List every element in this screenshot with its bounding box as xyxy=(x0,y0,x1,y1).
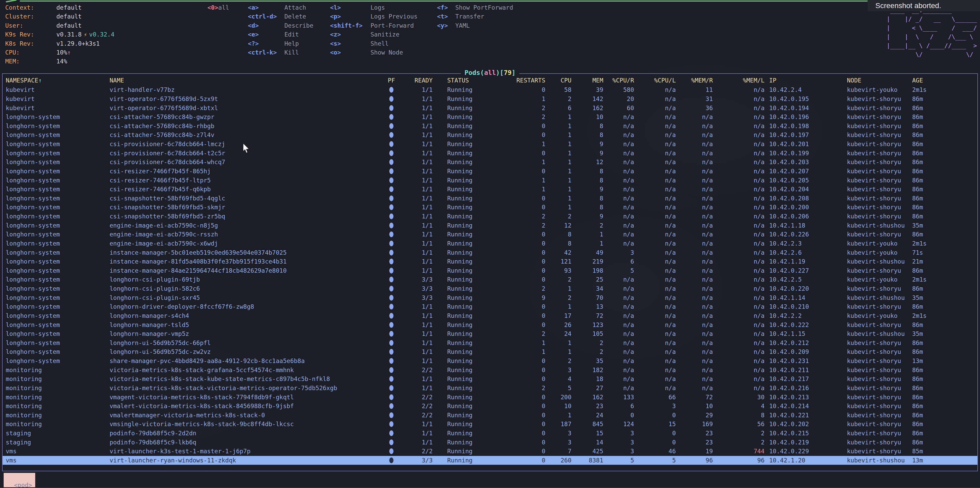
table-row[interactable]: kubevirtvirt-operator-6776f5689d-5zx9t1/… xyxy=(3,94,977,103)
cell-age: 86m xyxy=(911,186,977,192)
column-header-ip[interactable]: IP xyxy=(764,77,845,84)
cell-node: kubevirt-youko xyxy=(845,312,911,319)
cell-cpu-l: n/a xyxy=(634,159,676,165)
table-row[interactable]: longhorn-systemcsi-snapshotter-58bf69fbd… xyxy=(3,194,977,203)
column-header-cpul[interactable]: %CPU/L xyxy=(634,77,676,84)
table-row[interactable]: longhorn-systemcsi-snapshotter-58bf69fbd… xyxy=(3,212,977,221)
cell-mem-l: n/a xyxy=(713,113,764,120)
cell-ready: 1/1 xyxy=(396,186,433,192)
cell-mem-l: n/a xyxy=(713,150,764,157)
cell-status: Running xyxy=(433,285,475,292)
cell-cpu-l: n/a xyxy=(634,285,676,292)
breadcrumb-pod-badge[interactable]: <pod> xyxy=(4,473,35,488)
table-row[interactable]: longhorn-systemcsi-resizer-7466f7b45f-q6… xyxy=(3,185,977,194)
cell-mem: 2 xyxy=(571,340,603,346)
cell-namespace: kubevirt xyxy=(3,95,110,102)
cell-mem-r: n/a xyxy=(676,222,713,229)
table-row[interactable]: longhorn-systemcsi-resizer-7466f7b45f-lt… xyxy=(3,176,977,185)
table-row[interactable]: longhorn-systemengine-image-ei-acb7590c-… xyxy=(3,230,977,239)
cell-status: Running xyxy=(433,258,475,265)
table-row[interactable]: longhorn-systemlonghorn-ui-56d9b575dc-66… xyxy=(3,339,977,348)
cluster-info-field: CPU:10%↑ xyxy=(5,48,115,57)
column-header-name[interactable]: NAME xyxy=(110,77,386,84)
cell-mem-r: n/a xyxy=(676,285,713,292)
table-row[interactable]: longhorn-systemlonghorn-csi-plugin-69tjb… xyxy=(3,275,977,284)
table-row[interactable]: longhorn-systemengine-image-ei-acb7590c-… xyxy=(3,221,977,230)
table-row[interactable]: stagingpodinfo-79db68f5c9-lkb6q1/1Runnin… xyxy=(3,438,977,447)
cell-node: kubevirt-shoryu xyxy=(845,213,911,220)
table-row[interactable]: monitoringvmsingle-victoria-metrics-k8s-… xyxy=(3,420,977,429)
table-row[interactable]: monitoringvmagent-victoria-metrics-k8s-s… xyxy=(3,393,977,402)
table-row[interactable]: longhorn-systemlonghorn-csi-plugin-sxr45… xyxy=(3,293,977,302)
table-row[interactable]: monitoringvictoria-metrics-k8s-stack-vic… xyxy=(3,384,977,393)
column-header-memr[interactable]: %MEM/R xyxy=(676,77,713,84)
table-row[interactable]: vmsvirt-launcher-k3s-test-1-master-1-j6p… xyxy=(3,447,977,456)
table-row[interactable]: longhorn-systemlonghorn-manager-vmp5z1/1… xyxy=(3,329,977,339)
pf-indicator xyxy=(386,286,396,291)
pf-indicator xyxy=(386,349,396,354)
table-row[interactable]: monitoringvictoria-metrics-k8s-stack-kub… xyxy=(3,375,977,384)
table-row[interactable]: longhorn-systemcsi-snapshotter-58bf69fbd… xyxy=(3,203,977,212)
column-header-ready[interactable]: READY xyxy=(396,77,433,84)
table-row[interactable]: longhorn-systemcsi-provisioner-6c78dcb66… xyxy=(3,157,977,167)
cell-cpu: 1 xyxy=(545,204,571,211)
table-row[interactable]: longhorn-systemlonghorn-csi-plugin-582c6… xyxy=(3,284,977,293)
column-header-cpu[interactable]: CPU xyxy=(545,77,571,84)
table-row[interactable]: longhorn-systemengine-image-ei-acb7590c-… xyxy=(3,239,977,248)
table-row[interactable]: monitoringvmalert-victoria-metrics-k8s-s… xyxy=(3,402,977,411)
table-row[interactable]: longhorn-systemlonghorn-ui-56d9b575dc-zw… xyxy=(3,347,977,356)
column-header-pf[interactable]: PF xyxy=(386,77,396,84)
table-row[interactable]: stagingpodinfo-79db68f5c9-2d2dn1/1Runnin… xyxy=(3,429,977,438)
table-row[interactable]: longhorn-systemlonghorn-manager-s4ch41/1… xyxy=(3,312,977,321)
cell-cpu-r: n/a xyxy=(603,312,634,319)
title-scope: all xyxy=(484,69,496,76)
table-row[interactable]: longhorn-systemcsi-attacher-57689cc84b-g… xyxy=(3,113,977,122)
table-row[interactable]: monitoringvmalertmanager-victoria-metric… xyxy=(3,411,977,420)
cell-node: kubevirt-shoryu xyxy=(845,186,911,192)
terminal-top-line xyxy=(20,0,867,2)
cell-mem: 9 xyxy=(571,186,603,192)
cell-mem-l: n/a xyxy=(713,285,764,292)
cell-cpu-l: n/a xyxy=(634,177,676,184)
table-row[interactable]: longhorn-systemlonghorn-manager-tsld51/1… xyxy=(3,320,977,329)
column-header-mem[interactable]: MEM xyxy=(571,77,603,84)
cell-age: 86m xyxy=(911,267,977,274)
table-row[interactable]: longhorn-systeminstance-manager-5bc01eeb… xyxy=(3,248,977,257)
cell-cpu-l: n/a xyxy=(634,303,676,310)
cell-restarts: 2 xyxy=(475,222,545,229)
column-header-age[interactable]: AGE xyxy=(911,77,977,84)
table-row[interactable]: longhorn-systemlonghorn-driver-deployer-… xyxy=(3,302,977,312)
table-row[interactable]: kubevirtvirt-operator-6776f5689d-xbtxl1/… xyxy=(3,103,977,113)
table-row[interactable]: kubevirtvirt-handler-v77bz1/1Running0583… xyxy=(3,85,977,94)
cell-status: Running xyxy=(433,439,475,446)
column-header-node[interactable]: NODE xyxy=(845,77,911,84)
cell-mem-r: n/a xyxy=(676,213,713,220)
column-header-namespace[interactable]: NAMESPACE↑ xyxy=(3,77,110,84)
table-row[interactable]: longhorn-systeminstance-manager-84ae2159… xyxy=(3,266,977,275)
cell-mem-l: n/a xyxy=(713,367,764,374)
cell-status: Running xyxy=(433,321,475,328)
cell-age: 86m xyxy=(911,285,977,292)
column-header-restarts[interactable]: RESTARTS xyxy=(475,77,545,84)
table-row[interactable]: longhorn-systemshare-manager-pvc-4bbd842… xyxy=(3,356,977,366)
cell-namespace: longhorn-system xyxy=(3,231,110,238)
pod-status-dot-icon xyxy=(389,385,393,391)
table-row[interactable]: longhorn-systemcsi-resizer-7466f7b45f-86… xyxy=(3,167,977,176)
table-row[interactable]: longhorn-systemcsi-provisioner-6c78dcb66… xyxy=(3,140,977,149)
cell-ip: 10.42.1.19 xyxy=(764,258,845,265)
table-row[interactable]: longhorn-systemcsi-attacher-57689cc84b-r… xyxy=(3,122,977,131)
table-row[interactable]: longhorn-systemcsi-provisioner-6c78dcb66… xyxy=(3,148,977,157)
pf-indicator xyxy=(386,421,396,427)
column-header-cpur[interactable]: %CPU/R xyxy=(603,77,634,84)
table-row[interactable]: monitoringvictoria-metrics-k8s-stack-gra… xyxy=(3,366,977,375)
table-row[interactable]: longhorn-systeminstance-manager-81fd5a40… xyxy=(3,257,977,266)
cell-restarts: 0 xyxy=(475,276,545,283)
table-row-selected[interactable]: vmsvirt-launcher-ryan-windows-11-zkdqk3/… xyxy=(3,456,977,465)
cell-mem-r: n/a xyxy=(676,312,713,319)
column-header-status[interactable]: STATUS xyxy=(433,77,475,84)
table-row[interactable]: longhorn-systemcsi-attacher-57689cc84b-z… xyxy=(3,130,977,140)
column-header-meml[interactable]: %MEM/L xyxy=(713,77,764,84)
cell-node: kubevirt-shoryu xyxy=(845,367,911,374)
cell-cpu-r: n/a xyxy=(603,240,634,247)
cell-mem-l: 744 xyxy=(713,448,764,455)
